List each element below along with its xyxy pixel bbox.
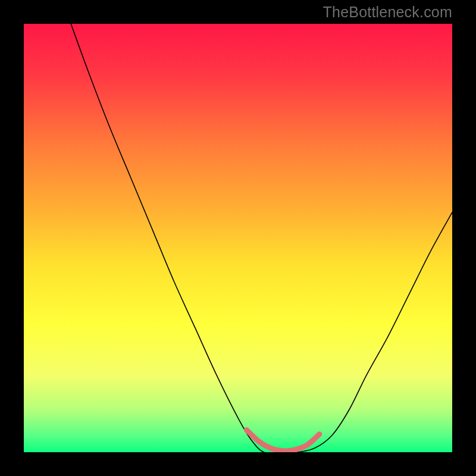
watermark-text: TheBottleneck.com	[323, 4, 452, 21]
chart-root: TheBottleneck.com	[0, 0, 476, 476]
plot-area	[24, 24, 452, 452]
chart-svg	[24, 24, 452, 452]
bottleneck-curve	[71, 24, 452, 452]
